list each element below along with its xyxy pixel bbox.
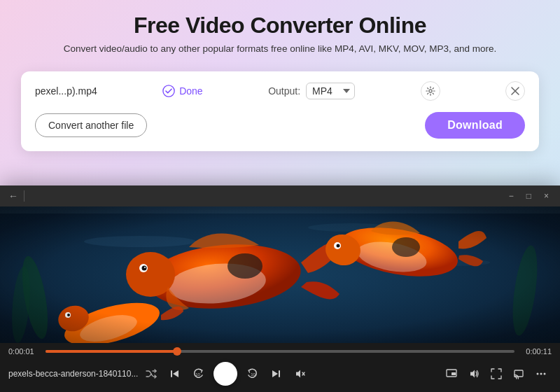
- svg-rect-35: [279, 370, 280, 377]
- current-time: 0:00:01: [8, 347, 40, 356]
- svg-text:10: 10: [196, 372, 201, 377]
- svg-rect-40: [514, 370, 523, 377]
- prev-button[interactable]: [164, 363, 186, 384]
- pip-button[interactable]: [441, 363, 462, 384]
- titlebar-controls: − □ ×: [506, 190, 552, 202]
- svg-rect-31: [0, 206, 560, 343]
- cast-button[interactable]: [508, 363, 529, 384]
- mute-button[interactable]: [289, 363, 310, 384]
- converter-card: pexel...p).mp4 Done Output: MP4 AVI MKV …: [21, 71, 539, 151]
- close-button[interactable]: [505, 81, 525, 101]
- converter-top-row: pexel...p).mp4 Done Output: MP4 AVI MKV …: [35, 81, 525, 101]
- volume-icon: [468, 368, 479, 379]
- controls-left-group: pexels-becca-anderson-1840110...: [8, 362, 310, 386]
- player-controls: pexels-becca-anderson-1840110...: [0, 358, 560, 391]
- controls-right-group: [441, 363, 552, 384]
- forward-icon: 10: [246, 368, 258, 379]
- download-button[interactable]: Download: [425, 112, 525, 139]
- cast-icon: [513, 368, 524, 379]
- progress-area: 0:00:01 0:00:11: [0, 343, 560, 356]
- convert-another-button[interactable]: Convert another file: [35, 113, 147, 137]
- next-icon: [271, 369, 281, 379]
- svg-text:10: 10: [251, 372, 256, 377]
- mute-icon: [294, 368, 305, 379]
- volume-button[interactable]: [463, 363, 484, 384]
- player-filename: pexels-becca-anderson-1840110...: [8, 369, 138, 379]
- fish-scene: [0, 206, 560, 343]
- status-area: Done: [162, 85, 202, 97]
- progress-fill: [46, 350, 177, 353]
- maximize-button[interactable]: □: [524, 190, 534, 202]
- total-time: 0:00:11: [520, 347, 552, 356]
- svg-point-1: [428, 90, 431, 92]
- play-pause-button[interactable]: [214, 362, 237, 386]
- output-format-select[interactable]: MP4 AVI MKV MOV MP3: [306, 83, 355, 99]
- more-button[interactable]: [531, 363, 552, 384]
- shuffle-button[interactable]: [141, 363, 162, 384]
- video-player: ← − □ ×: [0, 186, 560, 392]
- next-button[interactable]: [265, 363, 286, 384]
- converter-bottom-row: Convert another file Download: [35, 112, 525, 139]
- rewind-icon: 10: [193, 368, 204, 379]
- time-row: 0:00:01 0:00:11: [8, 347, 552, 356]
- page-header: Free Video Converter Online Convert vide…: [0, 0, 560, 63]
- done-check-icon: [162, 85, 175, 97]
- shuffle-icon: [146, 368, 157, 379]
- progress-thumb: [173, 347, 181, 356]
- fullscreen-button[interactable]: [486, 363, 507, 384]
- video-area: [0, 206, 560, 343]
- pip-icon: [446, 368, 457, 379]
- player-titlebar: ← − □ ×: [0, 186, 560, 206]
- output-area: Output: MP4 AVI MKV MOV MP3: [268, 83, 355, 99]
- video-thumbnail: [0, 206, 560, 343]
- close-icon: [511, 87, 519, 95]
- svg-point-42: [540, 373, 542, 375]
- progress-track[interactable]: [46, 350, 514, 353]
- forward-button[interactable]: 10: [241, 363, 262, 384]
- svg-point-0: [163, 85, 174, 97]
- prev-icon: [170, 369, 180, 379]
- window-close-button[interactable]: ×: [541, 190, 552, 202]
- svg-point-41: [537, 373, 539, 375]
- gear-icon: [426, 86, 435, 96]
- svg-rect-39: [451, 372, 456, 375]
- file-name: pexel...p).mp4: [35, 85, 97, 97]
- rewind-button[interactable]: 10: [188, 363, 209, 384]
- more-icon: [536, 368, 547, 379]
- titlebar-divider: [24, 190, 24, 202]
- settings-button[interactable]: [421, 81, 440, 101]
- page-title: Free Video Converter Online: [14, 13, 546, 38]
- titlebar-left: ←: [8, 190, 24, 202]
- minimize-button[interactable]: −: [506, 190, 517, 202]
- svg-rect-32: [171, 370, 172, 377]
- page-subtitle: Convert video/audio to any other popular…: [14, 43, 546, 56]
- done-label: Done: [179, 85, 202, 97]
- fullscreen-icon: [491, 368, 502, 379]
- output-label: Output:: [268, 85, 300, 97]
- back-button[interactable]: ←: [8, 190, 18, 202]
- svg-point-43: [544, 373, 546, 375]
